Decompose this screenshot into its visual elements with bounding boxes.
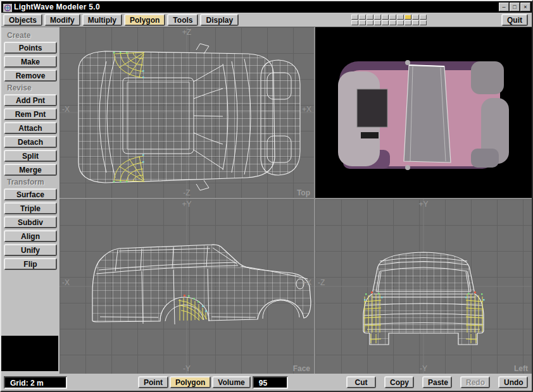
quick-button[interactable]	[351, 20, 358, 25]
minimize-button[interactable]: –	[499, 3, 509, 11]
quick-button[interactable]	[359, 15, 366, 20]
menu-tab-objects[interactable]: Objects	[3, 14, 42, 26]
viewport-top[interactable]: +Z -X +X -Z Top	[60, 27, 314, 198]
menu-tab-polygon[interactable]: Polygon	[124, 14, 165, 26]
window-controls: – □ ×	[499, 3, 530, 11]
edit-action-group: Cut Copy Paste Redo Undo	[346, 376, 528, 388]
quit-button[interactable]: Quit	[501, 14, 528, 26]
viewport-top-canvas[interactable]	[60, 27, 314, 198]
car-rear-wireframe	[363, 252, 485, 345]
selection-count-field[interactable]: 95	[253, 376, 288, 389]
quick-button[interactable]	[397, 20, 404, 25]
point-mode-button[interactable]: Point	[138, 376, 168, 388]
quick-button[interactable]	[404, 20, 411, 25]
make-button[interactable]: Make	[4, 56, 57, 68]
merge-button[interactable]: Merge	[4, 164, 57, 176]
detach-button[interactable]: Detach	[4, 136, 57, 148]
quick-button[interactable]	[367, 15, 373, 20]
viewport-left-canvas[interactable]	[315, 199, 532, 374]
points-button[interactable]: Points	[4, 42, 57, 54]
flip-button[interactable]: Flip	[4, 258, 57, 270]
quick-button[interactable]	[412, 15, 419, 20]
quick-button[interactable]	[412, 20, 419, 25]
add-pnt-button[interactable]: Add Pnt	[4, 94, 57, 106]
remove-button[interactable]: Remove	[4, 70, 57, 82]
triple-button[interactable]: Triple	[4, 202, 57, 214]
viewport-grid: +Z -X +X -Z Top	[60, 27, 532, 374]
quick-button[interactable]	[420, 15, 427, 20]
menubar: Objects Modify Multiply Polygon Tools Di…	[1, 13, 532, 27]
viewport-face[interactable]: +Y -X +X -Y Face	[60, 199, 314, 374]
group-label-create: Create	[7, 31, 60, 40]
paste-button[interactable]: Paste	[422, 376, 452, 388]
menu-tab-multiply[interactable]: Multiply	[82, 14, 122, 26]
menu-tab-display[interactable]: Display	[200, 14, 239, 26]
sidebar: Create Points Make Remove Revise Add Pnt…	[1, 27, 60, 374]
statusbar: Grid: 2 m Point Polygon Volume 95 Cut Co…	[1, 374, 532, 391]
attach-button[interactable]: Attach	[4, 122, 57, 134]
black-panel	[1, 336, 58, 371]
viewport-preview-canvas[interactable]	[315, 27, 532, 198]
menu-tab-modify[interactable]: Modify	[44, 14, 80, 26]
quick-button[interactable]	[389, 20, 396, 25]
grid-size-display: Grid: 2 m	[4, 376, 67, 389]
viewport-face-canvas[interactable]	[60, 199, 314, 374]
subdiv-button[interactable]: Subdiv	[4, 216, 57, 228]
split-button[interactable]: Split	[4, 150, 57, 162]
menu-tab-tools[interactable]: Tools	[167, 14, 198, 26]
titlebar[interactable]: LightWave Modeler 5.0 – □ ×	[1, 1, 532, 13]
main-area: Create Points Make Remove Revise Add Pnt…	[1, 27, 532, 374]
quick-button[interactable]	[351, 15, 358, 20]
car-shaded-preview	[338, 60, 509, 170]
quick-button[interactable]	[382, 20, 389, 25]
quick-button[interactable]	[397, 15, 404, 20]
quick-button[interactable]	[420, 20, 427, 25]
copy-button[interactable]: Copy	[384, 376, 414, 388]
unify-button[interactable]: Unify	[4, 244, 57, 256]
undo-button[interactable]: Undo	[498, 376, 528, 388]
selection-mode-group: Point Polygon Volume	[138, 376, 251, 388]
quick-button[interactable]	[389, 15, 396, 20]
group-label-revise: Revise	[7, 83, 60, 92]
group-label-transform: Transform	[7, 178, 60, 187]
quick-button[interactable]	[382, 15, 389, 20]
quick-button[interactable]	[374, 20, 381, 25]
window-title: LightWave Modeler 5.0	[14, 3, 100, 11]
quick-button[interactable]	[359, 20, 366, 25]
quick-button-grid	[351, 15, 427, 25]
app-icon	[3, 3, 12, 11]
surface-button[interactable]: Surface	[4, 188, 57, 200]
rem-pnt-button[interactable]: Rem Pnt	[4, 108, 57, 120]
app-window: LightWave Modeler 5.0 – □ × Objects Modi…	[0, 0, 533, 392]
volume-mode-button[interactable]: Volume	[212, 376, 250, 388]
cut-button[interactable]: Cut	[346, 376, 376, 388]
polygon-mode-button[interactable]: Polygon	[170, 376, 211, 388]
quick-button-active[interactable]	[404, 15, 411, 20]
close-button[interactable]: ×	[520, 3, 530, 11]
quick-button[interactable]	[367, 20, 373, 25]
car-top-wireframe	[78, 44, 300, 190]
align-button[interactable]: Align	[4, 230, 57, 242]
maximize-button[interactable]: □	[510, 3, 520, 11]
redo-button[interactable]: Redo	[460, 376, 490, 388]
viewport-preview[interactable]	[315, 27, 532, 198]
quick-button[interactable]	[374, 15, 381, 20]
viewport-left[interactable]: +Y -Z -Y Left	[315, 199, 532, 374]
